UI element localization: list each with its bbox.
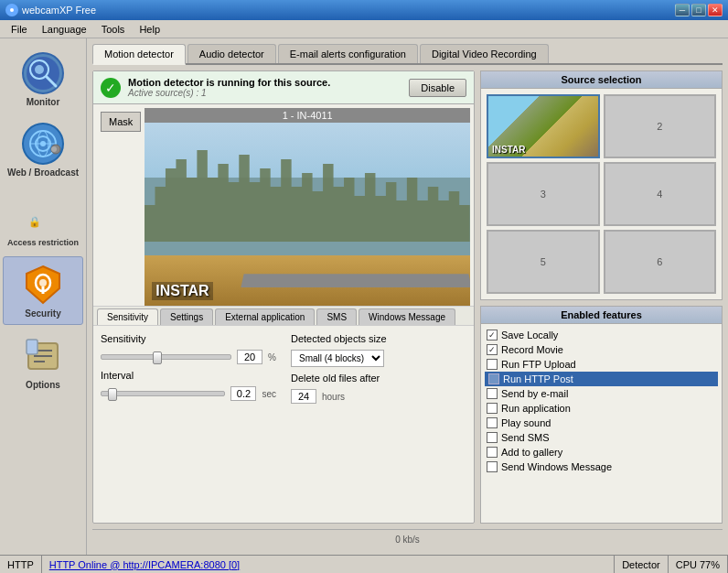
svg-point-1 <box>10 8 14 12</box>
menu-tools[interactable]: Tools <box>94 22 133 37</box>
feature-send-email[interactable]: Send by e-mail <box>487 386 716 401</box>
checkbox-ftp-upload[interactable] <box>487 359 498 370</box>
tab-dvr[interactable]: Digital Video Recording <box>420 44 549 63</box>
source-cell-6[interactable]: 6 <box>604 230 717 294</box>
detected-select[interactable]: Small (4 blocks) <box>291 350 384 367</box>
source-cell-1[interactable]: INSTAR <box>487 94 600 158</box>
sidebar-item-access[interactable]: 🔒 Access restriction <box>3 187 83 253</box>
detected-label: Detected objects size <box>291 333 401 344</box>
features-panel: Enabled features Save Locally Record Mov… <box>480 306 723 524</box>
sidebar-item-options[interactable]: Options <box>3 329 83 395</box>
feature-ftp-upload[interactable]: Run FTP Upload <box>487 357 716 372</box>
menubar: File Language Tools Help <box>0 20 728 38</box>
source-number-3: 3 <box>541 189 546 200</box>
interval-slider[interactable] <box>101 391 225 396</box>
delete-label: Delete old files after <box>291 373 401 384</box>
interval-thumb[interactable] <box>108 388 117 401</box>
left-panel: ✓ Motion detector is running for this so… <box>92 70 475 524</box>
feature-record-movie-label: Record Movie <box>501 344 563 355</box>
interval-value[interactable] <box>230 386 256 401</box>
feature-add-gallery[interactable]: Add to gallery <box>487 445 716 459</box>
feature-save-locally-label: Save Locally <box>501 330 558 341</box>
status-link[interactable]: HTTP Online @ http://IPCAMERA:8080 [0] <box>49 559 240 570</box>
status-title: Motion detector is running for this sour… <box>128 77 401 88</box>
feature-play-sound[interactable]: Play sound <box>487 416 716 430</box>
sidebar-security-label: Security <box>25 308 60 319</box>
buildings-svg <box>145 132 470 242</box>
speed-label: 0 kb/s <box>395 535 420 545</box>
feature-send-sms[interactable]: Send SMS <box>487 430 716 445</box>
sensitivity-label: Sensitivity <box>101 333 165 344</box>
source-cell-5[interactable]: 5 <box>487 230 600 294</box>
source-cell-3[interactable]: 3 <box>487 162 600 226</box>
sidebar-item-broadcast[interactable]: Web / Broadcast <box>3 116 83 183</box>
feature-play-sound-label: Play sound <box>501 417 551 428</box>
menu-language[interactable]: Language <box>35 22 94 37</box>
interval-label: Interval <box>101 370 165 381</box>
feature-win-message[interactable]: Send Windows Message <box>487 459 716 474</box>
delete-value[interactable] <box>291 389 316 404</box>
features-title: Enabled features <box>481 307 722 324</box>
app-icon <box>5 4 18 16</box>
interval-unit: sec <box>262 389 276 399</box>
features-list: Save Locally Record Movie Run FTP Upload <box>481 324 722 478</box>
checkbox-run-app[interactable] <box>487 403 498 414</box>
checkbox-http-post[interactable] <box>488 373 499 384</box>
menu-help[interactable]: Help <box>132 22 167 37</box>
tab-motion-detector[interactable]: Motion detector <box>92 44 186 65</box>
sidebar-item-monitor[interactable]: Monitor <box>3 46 83 113</box>
menu-file[interactable]: File <box>4 22 35 37</box>
tab-audio-detector[interactable]: Audio detector <box>187 44 276 63</box>
tab-email-alerts[interactable]: E-mail alerts configuration <box>278 44 418 63</box>
svg-marker-25 <box>145 150 470 242</box>
main-tab-bar: Motion detector Audio detector E-mail al… <box>92 44 723 65</box>
checkbox-add-gallery[interactable] <box>487 447 498 458</box>
sidebar-access-label: Access restriction <box>7 238 79 247</box>
titlebar: webcamXP Free ─ □ ✕ <box>0 0 728 20</box>
source-grid: INSTAR 2 3 4 <box>481 89 722 299</box>
mask-button[interactable]: Mask <box>101 112 141 132</box>
inner-tab-external[interactable]: External application <box>215 308 315 325</box>
sensitivity-thumb[interactable] <box>153 351 162 364</box>
content-area: Motion detector Audio detector E-mail al… <box>87 38 728 555</box>
sensitivity-slider-row: % <box>101 350 276 364</box>
disable-button[interactable]: Disable <box>409 79 466 97</box>
checkbox-play-sound[interactable] <box>487 417 498 428</box>
right-panel: Source selection INSTAR 2 3 <box>480 70 723 524</box>
instar-logo: INSTAR <box>152 282 212 300</box>
checkbox-save-locally[interactable] <box>487 330 498 341</box>
app-title: webcamXP Free <box>22 5 96 16</box>
sidebar-item-security[interactable]: Security <box>3 256 83 325</box>
source-cell-4[interactable]: 4 <box>604 162 717 226</box>
svg-point-12 <box>40 141 46 146</box>
sensitivity-slider[interactable] <box>101 354 231 360</box>
checkbox-send-sms[interactable] <box>487 432 498 443</box>
feature-run-app[interactable]: Run application <box>487 401 716 416</box>
source-panel: Source selection INSTAR 2 3 <box>480 70 723 300</box>
inner-tab-sensitivity[interactable]: Sensitivity <box>97 308 158 325</box>
feature-send-sms-label: Send SMS <box>501 432 550 443</box>
feature-record-movie[interactable]: Record Movie <box>487 342 716 357</box>
feature-save-locally[interactable]: Save Locally <box>487 328 716 342</box>
source-cell-2[interactable]: 2 <box>604 94 717 158</box>
minimize-button[interactable]: ─ <box>675 4 690 16</box>
maximize-button[interactable]: □ <box>691 4 706 16</box>
checkbox-record-movie[interactable] <box>487 344 498 355</box>
feature-http-post[interactable]: Run HTTP Post <box>485 372 718 386</box>
feature-add-gallery-label: Add to gallery <box>501 447 562 458</box>
inner-tab-winmsg[interactable]: Windows Message <box>359 308 455 325</box>
checkbox-send-email[interactable] <box>487 388 498 399</box>
svg-rect-24 <box>27 340 37 354</box>
svg-text:🔒: 🔒 <box>28 215 41 228</box>
main-area: Monitor Web / Broadcast <box>0 38 728 555</box>
close-button[interactable]: ✕ <box>708 4 723 16</box>
sensitivity-value[interactable] <box>237 350 262 364</box>
status-detector-label: Detector <box>622 559 660 570</box>
settings-left-col: Sensitivity % Interval <box>101 333 276 409</box>
inner-tab-settings[interactable]: Settings <box>160 308 213 325</box>
inner-tab-sms[interactable]: SMS <box>316 308 357 325</box>
sidebar-monitor-label: Monitor <box>27 97 60 107</box>
checkbox-win-message[interactable] <box>487 461 498 472</box>
feature-ftp-upload-label: Run FTP Upload <box>501 359 576 370</box>
status-cpu-cell: CPU 77% <box>669 556 728 573</box>
